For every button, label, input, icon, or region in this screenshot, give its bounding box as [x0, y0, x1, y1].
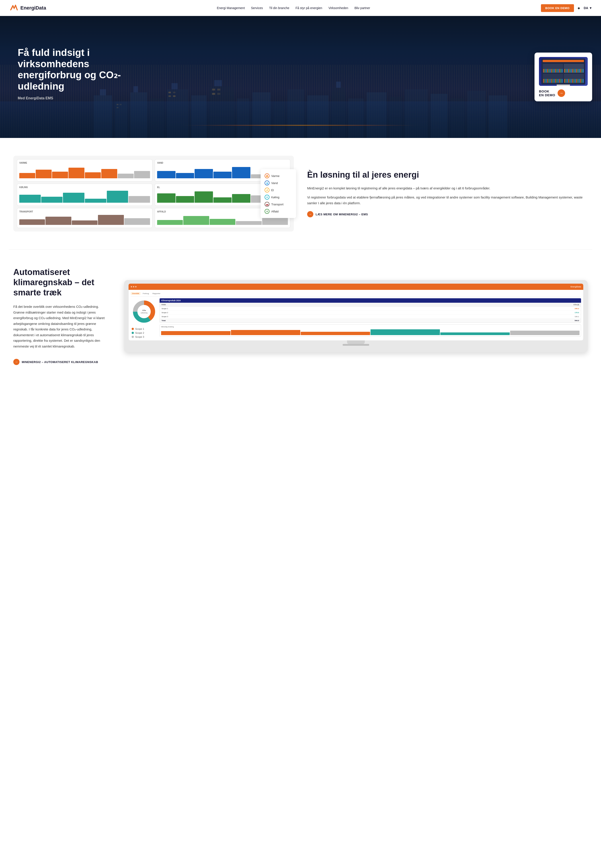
bar-3 — [195, 191, 213, 203]
energy-item-koling: ❄ Køling — [265, 194, 292, 201]
nav-services[interactable]: Services — [251, 6, 263, 10]
scope2-dot — [132, 332, 134, 334]
nav-til-din-branche[interactable]: Til din branche — [269, 6, 289, 10]
legend-scope2: Scope 2 — [132, 332, 157, 334]
climate-screen-display: EnergiData Overblik Forbrug Rapporter — [128, 284, 583, 341]
affald-icon: ♻ — [265, 209, 270, 214]
screen-dot-3 — [135, 286, 137, 287]
svg-point-40 — [138, 306, 150, 318]
energy-solution-section: Varme Vand — [0, 138, 601, 249]
bar-2 — [183, 216, 209, 225]
svg-text:CO₂: CO₂ — [142, 309, 146, 311]
chevron-down-icon: ▼ — [589, 6, 592, 10]
bar-1 — [19, 219, 45, 225]
bar-2 — [36, 170, 52, 178]
bar-3 — [72, 220, 98, 225]
energy-item-affald: ♻ Affald — [265, 208, 292, 215]
donut-chart-svg: CO₂ udledning — [131, 298, 157, 325]
energy-item-vand: 💧 Vand — [265, 179, 292, 186]
nav-fa-styr[interactable]: Få styr på energien — [296, 6, 322, 10]
brand-name: EnergiData — [20, 5, 46, 11]
screen-tab-1: Forbrug — [141, 292, 150, 295]
donut-legend: Scope 1 Scope 2 Scope 3 — [131, 327, 157, 338]
bar-1 — [19, 195, 41, 203]
hero-demo-card: BOOK EN DEMO → — [534, 53, 592, 101]
table-body: Kilde CO₂ (t) Scope 1 245.3 Scope 2 — [160, 303, 581, 322]
svg-rect-7 — [171, 83, 178, 89]
bar-4 — [85, 199, 106, 203]
energy-solution-text-col: Èn løsning til al jeres energi MinEnergi… — [307, 170, 588, 217]
table-row-2: Scope 2 178.6 — [160, 311, 581, 315]
mini-bar-3 — [301, 332, 370, 335]
dash-panel-koling: Køling — [17, 183, 153, 206]
el-icon: ⚡ — [265, 188, 270, 193]
bar-4 — [214, 197, 232, 203]
bar-8 — [134, 171, 150, 178]
screen-content-area: CO₂ udledning Scope 1 — [131, 298, 581, 338]
climate-screen-mockup: EnergiData Overblik Forbrug Rapporter — [124, 280, 588, 352]
energy-cta-link[interactable]: → LÆS MERE OM MINENERGI2 – EMS — [307, 211, 368, 217]
table-row-total: Total 544.0 — [160, 319, 581, 322]
hero-content: Få fuld indsigt i virksomhedens energifo… — [9, 34, 146, 120]
bar-4 — [214, 172, 232, 178]
nav-bliv-partner[interactable]: Bliv partner — [354, 6, 370, 10]
bar-1 — [157, 220, 183, 225]
energy-paragraph-1: MinEnergi2 er en komplet løsning til reg… — [307, 185, 588, 191]
koling-icon: ❄ — [265, 195, 270, 200]
navbar-right: BOOK EN DEMO ● DA ▼ — [541, 4, 592, 12]
bar-4 — [69, 168, 84, 178]
scope1-dot — [132, 328, 134, 330]
energy-items-list: 🔥 Varme 💧 Vand ⚡ El ❄ Køling — [261, 169, 296, 218]
transport-icon: 🚗 — [265, 202, 270, 207]
book-demo-button[interactable]: BOOK EN DEMO — [541, 4, 574, 12]
logo-container[interactable]: EnergiData — [9, 3, 46, 13]
user-icon[interactable]: ● — [578, 6, 580, 11]
screen-tab-2: Rapporter — [151, 292, 162, 295]
screen-dots-decoration — [131, 286, 137, 287]
bar-2 — [176, 173, 194, 178]
monitor-foot-decoration — [343, 344, 369, 346]
table-row-1: Scope 1 245.3 — [160, 307, 581, 311]
energy-item-varme: 🔥 Varme — [265, 172, 292, 179]
svg-rect-31 — [168, 95, 171, 97]
bar-3 — [52, 172, 68, 178]
svg-rect-29 — [168, 92, 171, 93]
scope3-dot — [132, 336, 134, 338]
bar-5 — [107, 191, 128, 203]
energy-section-heading: Èn løsning til al jeres energi — [307, 170, 588, 180]
energy-item-el: ⚡ El — [265, 186, 292, 194]
bar-6 — [128, 196, 150, 203]
screen-dot-1 — [131, 286, 132, 287]
hero-cta[interactable]: BOOK EN DEMO → — [539, 89, 588, 97]
screen-tab-active: Overblik — [131, 292, 140, 295]
climate-text-col: Automatiseret klimaregnskab – det smarte… — [13, 267, 111, 365]
hero-subtitle: Med EnergiData EMS — [18, 96, 137, 100]
hero-section: Få fuld indsigt i virksomhedens energifo… — [0, 16, 601, 138]
logo-icon — [9, 3, 18, 13]
climate-content: Automatiseret klimaregnskab – det smarte… — [13, 267, 588, 365]
bar-2 — [176, 196, 194, 203]
dash-panel-transport: Transport — [17, 208, 153, 228]
svg-rect-10 — [214, 80, 222, 86]
climate-cta-arrow-icon: → — [13, 359, 20, 365]
bar-5 — [85, 172, 101, 178]
climate-section: Automatiseret klimaregnskab – det smarte… — [0, 249, 601, 383]
bar-3 — [195, 169, 213, 178]
donut-chart-container: CO₂ udledning Scope 1 — [131, 298, 157, 338]
language-selector[interactable]: DA ▼ — [584, 6, 592, 10]
hero-cta-arrow-button[interactable]: → — [558, 89, 565, 97]
table-row-3: Scope 3 120.1 — [160, 315, 581, 319]
legend-scope3: Scope 3 — [132, 336, 157, 338]
svg-text:udledning: udledning — [141, 312, 147, 314]
mini-bar-5 — [440, 332, 510, 335]
mini-bar-6 — [510, 331, 580, 335]
nav-virksomheden[interactable]: Virksomheden — [328, 6, 348, 10]
bar-6 — [101, 169, 117, 178]
bar-4 — [236, 221, 261, 225]
nav-energi-management[interactable]: Energi Management — [217, 6, 245, 10]
hero-dashboard-preview — [539, 57, 588, 86]
climate-cta-link[interactable]: → MINENERGI2 – AUTOMATISERET KLIMAREGNSK… — [13, 359, 98, 365]
bar-5 — [262, 218, 288, 225]
screen-nav-tabs: Overblik Forbrug Rapporter — [131, 292, 581, 296]
bar-3 — [63, 193, 84, 203]
